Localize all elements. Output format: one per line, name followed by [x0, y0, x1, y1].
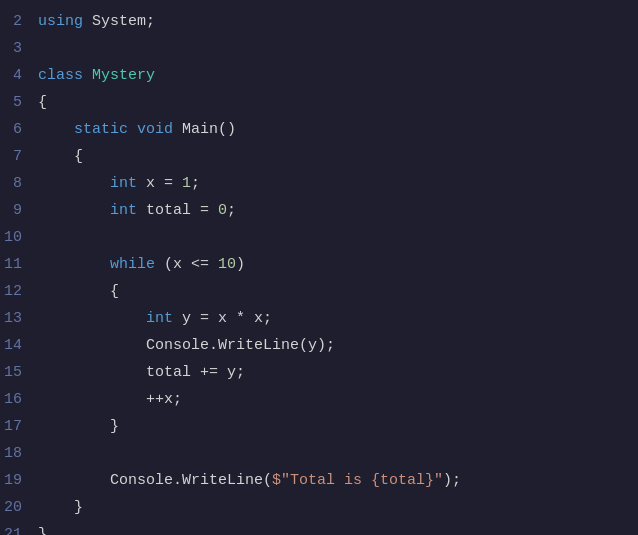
line-content: }	[38, 494, 638, 521]
code-line: 8 int x = 1;	[0, 170, 638, 197]
code-line: 3	[0, 35, 638, 62]
line-number: 13	[0, 305, 38, 332]
line-number: 7	[0, 143, 38, 170]
token	[38, 121, 74, 138]
token: );	[443, 472, 461, 489]
token: x =	[146, 175, 182, 192]
line-number: 10	[0, 224, 38, 251]
code-line: 5{	[0, 89, 638, 116]
token: int	[110, 175, 146, 192]
line-number: 17	[0, 413, 38, 440]
token: }	[38, 499, 83, 516]
line-content: {	[38, 143, 638, 170]
token: }	[38, 526, 47, 535]
token: Console.WriteLine(y);	[38, 337, 335, 354]
line-number: 21	[0, 521, 38, 535]
line-number: 19	[0, 467, 38, 494]
token: 10	[218, 256, 236, 273]
token	[38, 256, 110, 273]
token: using	[38, 13, 92, 30]
code-editor: 2using System;3 4class Mystery5{6 static…	[0, 8, 638, 535]
token: System;	[92, 13, 155, 30]
token: {	[38, 148, 83, 165]
line-number: 6	[0, 116, 38, 143]
line-content: class Mystery	[38, 62, 638, 89]
line-number: 11	[0, 251, 38, 278]
token: total =	[146, 202, 218, 219]
code-line: 2using System;	[0, 8, 638, 35]
line-number: 20	[0, 494, 38, 521]
code-line: 16 ++x;	[0, 386, 638, 413]
token	[38, 175, 110, 192]
line-content: ++x;	[38, 386, 638, 413]
line-content: int total = 0;	[38, 197, 638, 224]
code-line: 9 int total = 0;	[0, 197, 638, 224]
token: 1	[182, 175, 191, 192]
token: Main()	[182, 121, 236, 138]
code-line: 14 Console.WriteLine(y);	[0, 332, 638, 359]
code-line: 10	[0, 224, 638, 251]
line-content: using System;	[38, 8, 638, 35]
line-number: 18	[0, 440, 38, 467]
code-line: 15 total += y;	[0, 359, 638, 386]
line-number: 5	[0, 89, 38, 116]
line-number: 8	[0, 170, 38, 197]
line-content: Console.WriteLine(y);	[38, 332, 638, 359]
line-content: while (x <= 10)	[38, 251, 638, 278]
code-line: 21}	[0, 521, 638, 535]
token: void	[137, 121, 182, 138]
code-line: 12 {	[0, 278, 638, 305]
token: while	[110, 256, 164, 273]
line-content: total += y;	[38, 359, 638, 386]
line-number: 2	[0, 8, 38, 35]
token: 0	[218, 202, 227, 219]
line-content: int y = x * x;	[38, 305, 638, 332]
token	[38, 310, 146, 327]
token: static	[74, 121, 137, 138]
token: ++x;	[38, 391, 182, 408]
token: )	[236, 256, 245, 273]
token: $"Total is {total}"	[272, 472, 443, 489]
code-line: 6 static void Main()	[0, 116, 638, 143]
line-number: 15	[0, 359, 38, 386]
line-number: 9	[0, 197, 38, 224]
token: {	[38, 283, 119, 300]
token: (x <=	[164, 256, 218, 273]
line-number: 12	[0, 278, 38, 305]
token: int	[146, 310, 182, 327]
line-content: {	[38, 278, 638, 305]
code-line: 19 Console.WriteLine($"Total is {total}"…	[0, 467, 638, 494]
line-content	[38, 224, 638, 251]
code-line: 13 int y = x * x;	[0, 305, 638, 332]
code-line: 4class Mystery	[0, 62, 638, 89]
token	[38, 202, 110, 219]
line-content: int x = 1;	[38, 170, 638, 197]
code-line: 18	[0, 440, 638, 467]
line-number: 16	[0, 386, 38, 413]
line-content: {	[38, 89, 638, 116]
code-line: 11 while (x <= 10)	[0, 251, 638, 278]
line-number: 4	[0, 62, 38, 89]
code-line: 7 {	[0, 143, 638, 170]
code-line: 17 }	[0, 413, 638, 440]
line-content: }	[38, 521, 638, 535]
token: Mystery	[92, 67, 155, 84]
token: total += y;	[38, 364, 245, 381]
line-content: static void Main()	[38, 116, 638, 143]
line-content: }	[38, 413, 638, 440]
code-line: 20 }	[0, 494, 638, 521]
line-content	[38, 440, 638, 467]
token: Console.WriteLine(	[38, 472, 272, 489]
token: }	[38, 418, 119, 435]
token: ;	[227, 202, 236, 219]
token: {	[38, 94, 47, 111]
token: int	[110, 202, 146, 219]
line-content	[38, 35, 638, 62]
line-content: Console.WriteLine($"Total is {total}");	[38, 467, 638, 494]
line-number: 14	[0, 332, 38, 359]
token: y = x * x;	[182, 310, 272, 327]
token: ;	[191, 175, 200, 192]
line-number: 3	[0, 35, 38, 62]
token: class	[38, 67, 92, 84]
